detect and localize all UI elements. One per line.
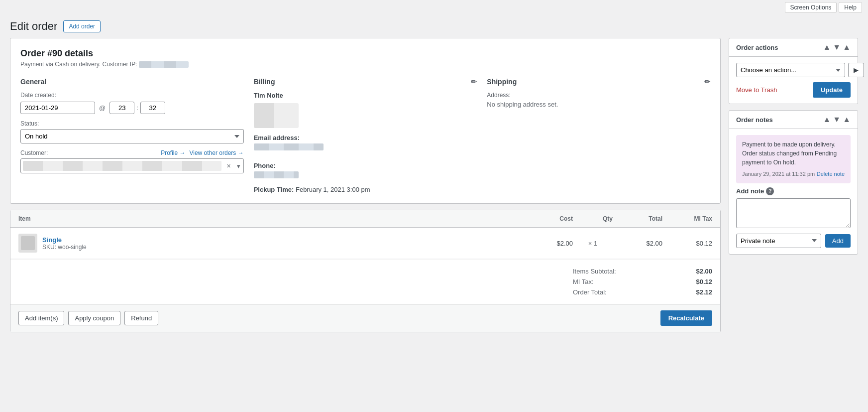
customer-dropdown-icon[interactable]: ▾ xyxy=(234,160,243,172)
page-header: Edit order Add order xyxy=(0,15,868,38)
order-actions-body: Choose an action... Email invoice Regene… xyxy=(729,57,858,104)
pickup-label: Pickup Time: xyxy=(254,186,294,193)
add-note-button[interactable]: Add xyxy=(825,234,851,248)
collapse-up-icon[interactable]: ▲ xyxy=(823,43,831,51)
add-note-label: Add note ? xyxy=(736,187,851,195)
phone-field: Phone: xyxy=(254,162,477,180)
billing-section: Billing ✏ Tim Nolte Email address: Phone… xyxy=(254,78,477,193)
item-mi-tax: $0.12 xyxy=(662,240,712,247)
date-label: Date created: xyxy=(20,92,244,99)
notes-collapse-down-icon[interactable]: ▼ xyxy=(833,116,841,124)
item-meta: Single SKU: woo-single xyxy=(42,236,87,251)
notes-close-icon[interactable]: ▲ xyxy=(843,116,851,124)
note-meta: January 29, 2021 at 11:32 pm Delete note xyxy=(742,170,845,178)
screen-options-button[interactable]: Screen Options xyxy=(785,2,837,13)
update-button[interactable]: Update xyxy=(813,82,851,98)
pickup-value: February 1, 2021 3:00 pm xyxy=(296,186,370,193)
close-icon[interactable]: ▲ xyxy=(843,43,851,51)
collapse-down-icon[interactable]: ▼ xyxy=(833,43,841,51)
phone-blurred xyxy=(254,171,299,178)
col-cost-header: Cost xyxy=(513,215,573,222)
view-other-orders-link[interactable]: View other orders → xyxy=(189,149,243,156)
header-icons: ▲ ▼ ▲ xyxy=(823,43,851,51)
mi-tax-row: MI Tax: $0.12 xyxy=(573,278,712,285)
general-section: General Date created: @ : Status: xyxy=(20,78,244,193)
status-label: Status: xyxy=(20,120,244,127)
shipping-edit-icon[interactable]: ✏ xyxy=(704,78,710,86)
sidebar: Order actions ▲ ▼ ▲ Choose an action... … xyxy=(729,38,858,332)
note-textarea[interactable] xyxy=(736,198,851,228)
item-sku: SKU: woo-single xyxy=(42,244,87,251)
customer-clear-icon[interactable]: × xyxy=(223,160,233,172)
item-total: $2.00 xyxy=(613,240,662,247)
order-details-card: Order #90 details Payment via Cash on de… xyxy=(10,38,721,204)
order-actions-card: Order actions ▲ ▼ ▲ Choose an action... … xyxy=(729,38,858,104)
address-label: Address: xyxy=(487,92,710,99)
time-colon: : xyxy=(136,104,138,112)
note-text: Payment to be made upon delivery. Order … xyxy=(742,141,837,166)
order-actions-title: Order actions xyxy=(736,44,778,51)
add-order-button[interactable]: Add order xyxy=(63,20,101,32)
actions-left: Add item(s) Apply coupon Refund xyxy=(18,311,158,325)
order-sections: General Date created: @ : Status: xyxy=(20,78,710,193)
page-title: Edit order xyxy=(10,20,57,33)
hour-input[interactable] xyxy=(109,102,134,114)
status-field: Status: On hold Pending payment Processi… xyxy=(20,120,244,143)
add-items-button[interactable]: Add item(s) xyxy=(18,311,64,325)
customer-label: Customer: xyxy=(20,149,48,156)
action-select[interactable]: Choose an action... Email invoice Regene… xyxy=(736,63,845,77)
time-inputs: @ : xyxy=(20,102,244,114)
customer-select-wrap[interactable]: × ▾ xyxy=(20,158,244,173)
shipping-section: Shipping ✏ Address: No shipping address … xyxy=(487,78,710,193)
order-actions-footer: Move to Trash Update xyxy=(736,82,851,98)
billing-edit-icon[interactable]: ✏ xyxy=(471,78,477,86)
table-row: Single SKU: woo-single $2.00 × 1 $2.00 $… xyxy=(10,228,720,259)
refund-button[interactable]: Refund xyxy=(124,311,158,325)
order-total-value: $2.12 xyxy=(696,288,712,296)
minute-input[interactable] xyxy=(140,102,165,114)
action-go-button[interactable]: ▶ xyxy=(848,63,864,77)
action-select-row: Choose an action... Email invoice Regene… xyxy=(736,63,851,77)
profile-link[interactable]: Profile → xyxy=(161,149,185,156)
item-name-link[interactable]: Single xyxy=(42,236,87,244)
items-card: Item Cost Qty Total MI Tax Single SKU: w… xyxy=(10,210,721,332)
billing-avatar xyxy=(254,103,299,128)
date-input[interactable] xyxy=(20,102,95,114)
customer-row: Customer: Profile → View other orders → xyxy=(20,149,244,156)
email-label: Email address: xyxy=(254,134,477,141)
status-select[interactable]: On hold Pending payment Processing Compl… xyxy=(20,129,244,143)
general-section-title: General xyxy=(20,78,244,86)
item-cost: $2.00 xyxy=(513,240,573,247)
top-bar: Screen Options Help xyxy=(0,0,868,15)
shipping-address: No shipping address set. xyxy=(487,101,710,108)
customer-ip-blurred xyxy=(139,61,189,68)
date-field: Date created: @ : xyxy=(20,92,244,114)
pickup-time: Pickup Time: February 1, 2021 3:00 pm xyxy=(254,186,477,193)
apply-coupon-button[interactable]: Apply coupon xyxy=(68,311,120,325)
recalculate-button[interactable]: Recalculate xyxy=(660,310,712,326)
totals-section: Items Subtotal: $2.00 MI Tax: $0.12 Orde… xyxy=(10,259,720,304)
note-type-select[interactable]: Private note Note to customer xyxy=(736,234,821,248)
move-to-trash-link[interactable]: Move to Trash xyxy=(736,86,777,94)
at-symbol: @ xyxy=(97,104,108,112)
order-total-label: Order Total: xyxy=(573,288,607,296)
customer-value-blurred xyxy=(23,161,221,171)
phone-label: Phone: xyxy=(254,162,477,169)
note-bubble: Payment to be made upon delivery. Order … xyxy=(736,135,851,183)
item-thumbnail xyxy=(18,234,37,253)
notes-header-icons: ▲ ▼ ▲ xyxy=(823,116,851,124)
shipping-section-title: Shipping ✏ xyxy=(487,78,710,86)
email-blurred xyxy=(254,143,324,150)
subtotal-row: Items Subtotal: $2.00 xyxy=(573,268,712,275)
help-button[interactable]: Help xyxy=(839,2,862,13)
item-info: Single SKU: woo-single xyxy=(18,234,513,253)
help-icon[interactable]: ? xyxy=(766,187,774,195)
note-footer-row: Private note Note to customer Add xyxy=(736,234,851,248)
notes-collapse-up-icon[interactable]: ▲ xyxy=(823,116,831,124)
order-notes-body: Payment to be made upon delivery. Order … xyxy=(729,129,858,254)
order-actions-header: Order actions ▲ ▼ ▲ xyxy=(729,38,858,57)
delete-note-link[interactable]: Delete note xyxy=(817,170,845,178)
item-qty: × 1 xyxy=(573,240,613,247)
order-notes-header: Order notes ▲ ▼ ▲ xyxy=(729,111,858,129)
billing-section-title: Billing ✏ xyxy=(254,78,477,86)
